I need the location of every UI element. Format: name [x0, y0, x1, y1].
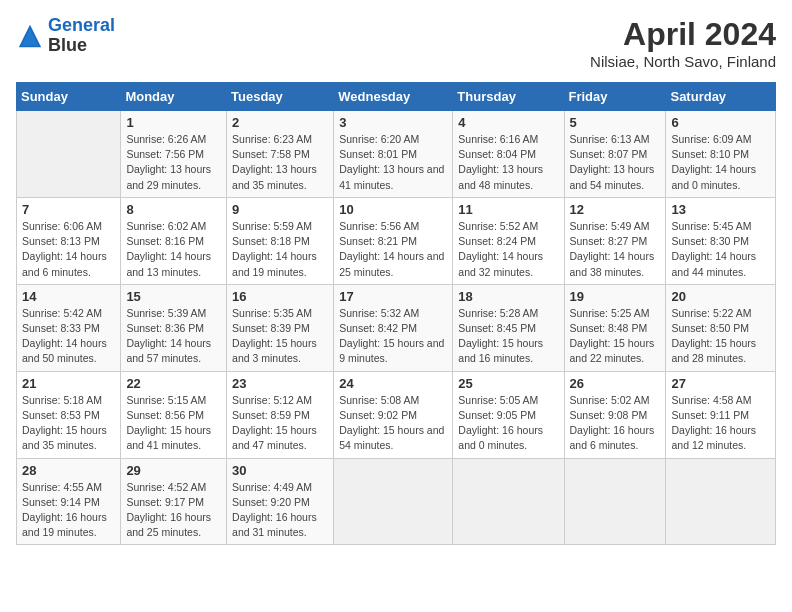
- day-info: Sunrise: 6:06 AMSunset: 8:13 PMDaylight:…: [22, 219, 115, 280]
- logo-icon: [16, 22, 44, 50]
- day-info: Sunrise: 6:09 AMSunset: 8:10 PMDaylight:…: [671, 132, 770, 193]
- day-info: Sunrise: 5:08 AMSunset: 9:02 PMDaylight:…: [339, 393, 447, 454]
- day-number: 29: [126, 463, 221, 478]
- calendar-cell: 30Sunrise: 4:49 AMSunset: 9:20 PMDayligh…: [227, 458, 334, 545]
- logo: General Blue: [16, 16, 115, 56]
- calendar-cell: 24Sunrise: 5:08 AMSunset: 9:02 PMDayligh…: [334, 371, 453, 458]
- calendar-cell: 28Sunrise: 4:55 AMSunset: 9:14 PMDayligh…: [17, 458, 121, 545]
- day-number: 17: [339, 289, 447, 304]
- day-info: Sunrise: 5:35 AMSunset: 8:39 PMDaylight:…: [232, 306, 328, 367]
- calendar-cell: 12Sunrise: 5:49 AMSunset: 8:27 PMDayligh…: [564, 197, 666, 284]
- calendar-cell: 10Sunrise: 5:56 AMSunset: 8:21 PMDayligh…: [334, 197, 453, 284]
- calendar-cell: 14Sunrise: 5:42 AMSunset: 8:33 PMDayligh…: [17, 284, 121, 371]
- day-info: Sunrise: 5:59 AMSunset: 8:18 PMDaylight:…: [232, 219, 328, 280]
- calendar-cell: 7Sunrise: 6:06 AMSunset: 8:13 PMDaylight…: [17, 197, 121, 284]
- day-number: 2: [232, 115, 328, 130]
- calendar-cell: 19Sunrise: 5:25 AMSunset: 8:48 PMDayligh…: [564, 284, 666, 371]
- day-number: 24: [339, 376, 447, 391]
- calendar-title: April 2024: [590, 16, 776, 53]
- day-info: Sunrise: 5:32 AMSunset: 8:42 PMDaylight:…: [339, 306, 447, 367]
- day-info: Sunrise: 5:12 AMSunset: 8:59 PMDaylight:…: [232, 393, 328, 454]
- day-info: Sunrise: 4:49 AMSunset: 9:20 PMDaylight:…: [232, 480, 328, 541]
- calendar-row-2: 14Sunrise: 5:42 AMSunset: 8:33 PMDayligh…: [17, 284, 776, 371]
- day-info: Sunrise: 5:56 AMSunset: 8:21 PMDaylight:…: [339, 219, 447, 280]
- day-info: Sunrise: 6:16 AMSunset: 8:04 PMDaylight:…: [458, 132, 558, 193]
- day-number: 20: [671, 289, 770, 304]
- day-number: 30: [232, 463, 328, 478]
- day-info: Sunrise: 5:42 AMSunset: 8:33 PMDaylight:…: [22, 306, 115, 367]
- day-number: 8: [126, 202, 221, 217]
- day-number: 25: [458, 376, 558, 391]
- day-info: Sunrise: 5:25 AMSunset: 8:48 PMDaylight:…: [570, 306, 661, 367]
- day-number: 21: [22, 376, 115, 391]
- page-header: General Blue April 2024 Nilsiae, North S…: [16, 16, 776, 70]
- day-info: Sunrise: 5:49 AMSunset: 8:27 PMDaylight:…: [570, 219, 661, 280]
- calendar-cell: 11Sunrise: 5:52 AMSunset: 8:24 PMDayligh…: [453, 197, 564, 284]
- calendar-cell: 3Sunrise: 6:20 AMSunset: 8:01 PMDaylight…: [334, 111, 453, 198]
- day-info: Sunrise: 5:18 AMSunset: 8:53 PMDaylight:…: [22, 393, 115, 454]
- day-info: Sunrise: 4:55 AMSunset: 9:14 PMDaylight:…: [22, 480, 115, 541]
- day-info: Sunrise: 5:28 AMSunset: 8:45 PMDaylight:…: [458, 306, 558, 367]
- calendar-cell: [334, 458, 453, 545]
- calendar-row-1: 7Sunrise: 6:06 AMSunset: 8:13 PMDaylight…: [17, 197, 776, 284]
- day-number: 18: [458, 289, 558, 304]
- day-info: Sunrise: 5:22 AMSunset: 8:50 PMDaylight:…: [671, 306, 770, 367]
- header-cell-thursday: Thursday: [453, 83, 564, 111]
- calendar-cell: 21Sunrise: 5:18 AMSunset: 8:53 PMDayligh…: [17, 371, 121, 458]
- day-info: Sunrise: 5:15 AMSunset: 8:56 PMDaylight:…: [126, 393, 221, 454]
- day-info: Sunrise: 6:23 AMSunset: 7:58 PMDaylight:…: [232, 132, 328, 193]
- day-info: Sunrise: 5:02 AMSunset: 9:08 PMDaylight:…: [570, 393, 661, 454]
- day-number: 3: [339, 115, 447, 130]
- calendar-row-0: 1Sunrise: 6:26 AMSunset: 7:56 PMDaylight…: [17, 111, 776, 198]
- day-number: 5: [570, 115, 661, 130]
- calendar-cell: 8Sunrise: 6:02 AMSunset: 8:16 PMDaylight…: [121, 197, 227, 284]
- day-info: Sunrise: 4:52 AMSunset: 9:17 PMDaylight:…: [126, 480, 221, 541]
- day-number: 23: [232, 376, 328, 391]
- header-cell-sunday: Sunday: [17, 83, 121, 111]
- logo-text: General Blue: [48, 16, 115, 56]
- header-cell-wednesday: Wednesday: [334, 83, 453, 111]
- day-info: Sunrise: 4:58 AMSunset: 9:11 PMDaylight:…: [671, 393, 770, 454]
- day-number: 11: [458, 202, 558, 217]
- calendar-cell: 1Sunrise: 6:26 AMSunset: 7:56 PMDaylight…: [121, 111, 227, 198]
- header-row: SundayMondayTuesdayWednesdayThursdayFrid…: [17, 83, 776, 111]
- day-info: Sunrise: 5:52 AMSunset: 8:24 PMDaylight:…: [458, 219, 558, 280]
- day-number: 15: [126, 289, 221, 304]
- calendar-cell: 2Sunrise: 6:23 AMSunset: 7:58 PMDaylight…: [227, 111, 334, 198]
- calendar-subtitle: Nilsiae, North Savo, Finland: [590, 53, 776, 70]
- calendar-cell: 20Sunrise: 5:22 AMSunset: 8:50 PMDayligh…: [666, 284, 776, 371]
- day-number: 19: [570, 289, 661, 304]
- day-number: 13: [671, 202, 770, 217]
- calendar-cell: 16Sunrise: 5:35 AMSunset: 8:39 PMDayligh…: [227, 284, 334, 371]
- calendar-cell: 22Sunrise: 5:15 AMSunset: 8:56 PMDayligh…: [121, 371, 227, 458]
- calendar-cell: 15Sunrise: 5:39 AMSunset: 8:36 PMDayligh…: [121, 284, 227, 371]
- header-cell-monday: Monday: [121, 83, 227, 111]
- day-number: 10: [339, 202, 447, 217]
- header-cell-tuesday: Tuesday: [227, 83, 334, 111]
- day-number: 14: [22, 289, 115, 304]
- day-info: Sunrise: 5:05 AMSunset: 9:05 PMDaylight:…: [458, 393, 558, 454]
- calendar-row-4: 28Sunrise: 4:55 AMSunset: 9:14 PMDayligh…: [17, 458, 776, 545]
- calendar-cell: 27Sunrise: 4:58 AMSunset: 9:11 PMDayligh…: [666, 371, 776, 458]
- day-number: 28: [22, 463, 115, 478]
- calendar-cell: [17, 111, 121, 198]
- calendar-cell: 17Sunrise: 5:32 AMSunset: 8:42 PMDayligh…: [334, 284, 453, 371]
- day-number: 12: [570, 202, 661, 217]
- calendar-cell: 25Sunrise: 5:05 AMSunset: 9:05 PMDayligh…: [453, 371, 564, 458]
- day-number: 16: [232, 289, 328, 304]
- header-cell-friday: Friday: [564, 83, 666, 111]
- calendar-cell: 18Sunrise: 5:28 AMSunset: 8:45 PMDayligh…: [453, 284, 564, 371]
- calendar-cell: 13Sunrise: 5:45 AMSunset: 8:30 PMDayligh…: [666, 197, 776, 284]
- day-number: 4: [458, 115, 558, 130]
- calendar-cell: 5Sunrise: 6:13 AMSunset: 8:07 PMDaylight…: [564, 111, 666, 198]
- day-info: Sunrise: 6:02 AMSunset: 8:16 PMDaylight:…: [126, 219, 221, 280]
- day-number: 22: [126, 376, 221, 391]
- day-number: 6: [671, 115, 770, 130]
- calendar-table: SundayMondayTuesdayWednesdayThursdayFrid…: [16, 82, 776, 545]
- calendar-cell: [564, 458, 666, 545]
- calendar-cell: 4Sunrise: 6:16 AMSunset: 8:04 PMDaylight…: [453, 111, 564, 198]
- day-number: 9: [232, 202, 328, 217]
- day-info: Sunrise: 5:39 AMSunset: 8:36 PMDaylight:…: [126, 306, 221, 367]
- header-cell-saturday: Saturday: [666, 83, 776, 111]
- title-block: April 2024 Nilsiae, North Savo, Finland: [590, 16, 776, 70]
